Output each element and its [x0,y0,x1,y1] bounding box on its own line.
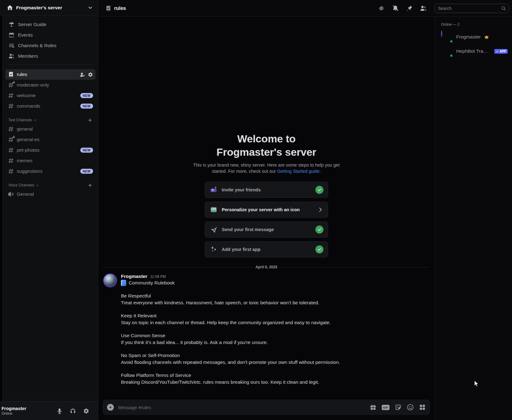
sparkle-diamonds-icon [210,246,217,253]
voice-channel-general[interactable]: General [5,189,96,199]
server-owner-crown-icon [484,34,489,39]
sidebar-item-channels-roles[interactable]: Channels & Roles [5,40,96,51]
chevron-right-icon [317,207,323,213]
gif-picker-icon[interactable]: GIF [382,405,390,410]
sidebar-edge [0,16,3,401]
search-box[interactable] [434,4,509,13]
rule-item: No Spam or Self-Promotion Avoid flooding… [121,352,340,365]
member-row-frogmaster[interactable]: Frogmaster [439,30,510,44]
message-author[interactable]: Frogmaster [121,274,147,279]
nav-label: Server Guide [18,22,46,27]
member-name: HephBot Trans... [456,48,490,54]
channel-name: rules [17,72,27,77]
channel-memes[interactable]: memes [5,155,96,166]
channel-rules[interactable]: rules [5,69,96,80]
onboarding-add-first-app[interactable]: Add your first app [205,241,328,257]
lock-icon [12,135,15,138]
member-row-hephbot[interactable]: HephBot Trans... APP [439,44,510,58]
user-info[interactable]: Frogmaster Online [2,406,26,416]
welcome-subtitle: This is your brand new, shiny server. He… [192,162,341,174]
channel-name: general-es [17,137,39,142]
message-input[interactable] [118,405,365,410]
hash-icon [8,92,14,99]
hash-icon [8,168,14,174]
online-status-dot [449,54,453,58]
onboarding-personalize-server[interactable]: Personalize your server with an icon [205,202,328,218]
search-input[interactable] [438,6,501,11]
channel-name: suggestions [17,168,42,174]
user-panel: Frogmaster Online [0,401,98,420]
rule-item: Use Common Sense If you think it's a bad… [121,332,340,346]
new-badge: NEW [80,148,93,153]
gift-icon[interactable] [370,404,376,411]
attach-plus-icon[interactable] [107,404,114,411]
message-input-bar: GIF [103,400,430,415]
member-list-icon[interactable] [420,5,427,12]
sidebar-item-events[interactable]: Events [5,30,96,40]
speaker-icon [8,191,14,197]
channel-general-es[interactable]: general-es [5,134,96,145]
new-badge: NEW [80,93,93,98]
message-title: Community Rulebook [129,280,175,286]
lock-icon [12,81,15,83]
headphones-icon[interactable] [70,408,76,414]
message-scroll[interactable]: Welcome to Frogmaster's server This is y… [98,17,434,400]
apps-icon[interactable] [419,404,426,411]
channel-name: General [17,191,34,197]
section-text-channels[interactable]: Text Channels [3,116,98,124]
create-channel-button[interactable] [88,183,92,188]
welcome-title: Welcome to Frogmaster's server [103,132,430,159]
channel-name: memes [17,158,33,163]
channel-suggestions[interactable]: suggestions NEW [5,166,96,176]
plus-icon [88,118,92,123]
chevron-down-icon [87,5,93,11]
people-icon [8,53,15,59]
invite-people-icon[interactable] [80,72,85,77]
user-name: Frogmaster [2,406,26,411]
avatar[interactable] [103,274,117,287]
channel-name: commands [17,103,40,109]
section-voice-channels[interactable]: Voice Channels [3,181,98,189]
sticker-icon[interactable] [395,404,402,411]
sidebar-item-members[interactable]: Members [5,51,96,61]
getting-started-link[interactable]: Getting Started guide [277,169,320,174]
microphone-icon[interactable] [56,408,63,414]
threads-icon[interactable] [378,5,385,12]
channel-commands[interactable]: commands NEW [5,101,96,111]
nav-label: Members [18,53,38,59]
hash-icon [8,158,14,164]
create-channel-button[interactable] [88,118,92,123]
chat-area: Welcome to Frogmaster's server This is y… [98,17,434,420]
welcome-block: Welcome to Frogmaster's server This is y… [103,132,430,257]
onboarding-send-first-message[interactable]: Send your first message [205,221,328,238]
notifications-off-icon[interactable] [392,5,399,12]
hash-icon [8,147,14,153]
rules-list: Be Respectful Treat everyone with kindne… [121,293,340,385]
channel-name: welcome [17,93,36,98]
hash-icon [8,103,14,109]
onboarding-invite-friends[interactable]: Invite your friends [205,182,328,198]
section-label: Voice Channels [8,183,34,187]
rules-channel-icon [8,71,14,78]
completed-check-icon [315,245,323,253]
message: Frogmaster 11:06 PM Community Rulebook B… [103,274,430,394]
channel-welcome[interactable]: welcome NEW [5,90,96,101]
sidebar-item-server-guide[interactable]: Server Guide [5,19,96,30]
main-area: rules Welcome to Frogma [98,0,512,420]
paper-plane-icon [210,226,217,233]
channel-general[interactable]: general [5,124,96,134]
channel-pet-photos[interactable]: pet-photos NEW [5,145,96,155]
emoji-icon[interactable] [407,404,414,411]
channel-title: rules [114,6,126,11]
rules-channel-icon [105,5,111,11]
pin-icon[interactable] [406,5,413,12]
channel-moderator-only[interactable]: moderator-only [5,80,96,90]
message-timestamp: 11:06 PM [150,275,166,279]
photo-icon [210,206,217,213]
mailbox-icon [210,186,217,194]
server-header[interactable]: Frogmaster's server [0,0,98,16]
settings-gear-icon[interactable] [83,408,89,414]
channel-settings-gear-icon[interactable] [88,72,93,77]
member-list: Online — 2 Frogmaster HephBot Trans... [434,17,512,420]
server-name: Frogmaster's server [16,5,84,11]
